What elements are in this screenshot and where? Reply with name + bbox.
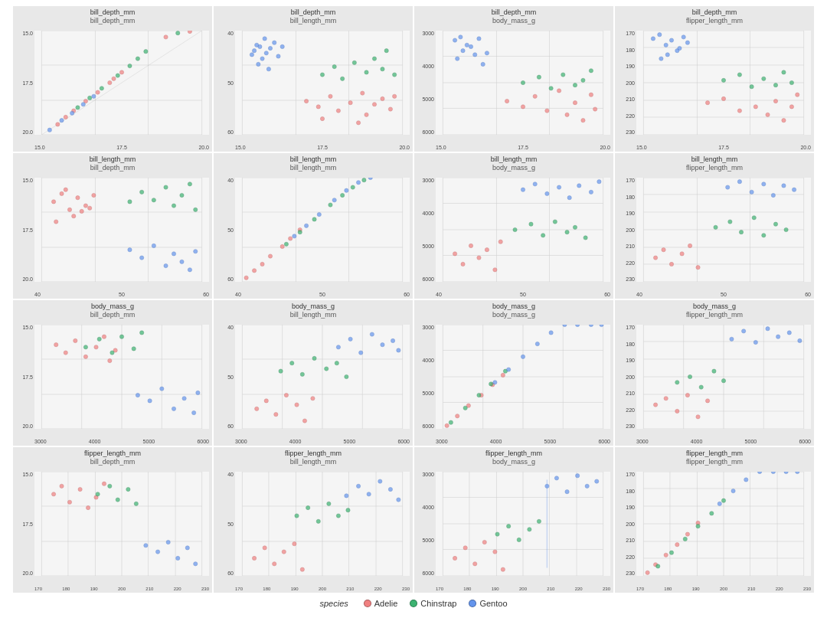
plot-3-1: flipper_length_mm bill_length_mm 605040 <box>214 447 413 593</box>
svg-point-345 <box>456 414 459 418</box>
plot-3-2: flipper_length_mm body_mass_g 6000500040… <box>414 447 613 593</box>
plot-2-1-subtitle: bill_length_mm <box>214 311 413 319</box>
svg-point-107 <box>561 73 565 77</box>
plot-3-0-yaxis: 20.017.515.0 <box>15 472 34 576</box>
svg-point-221 <box>453 252 456 256</box>
plot-2-3: body_mass_g flipper_length_mm 2302202102… <box>615 300 814 446</box>
plot-3-3-area <box>636 472 811 576</box>
plot-0-1-yaxis: 605040 <box>215 31 235 135</box>
svg-point-192 <box>252 269 256 273</box>
svg-point-319 <box>311 397 315 400</box>
svg-point-179 <box>172 204 175 208</box>
plot-1-0: bill_length_mm bill_depth_mm 20.017.515.… <box>13 153 212 299</box>
plot-0-3-area <box>636 31 811 135</box>
svg-point-293 <box>160 387 164 391</box>
svg-point-168 <box>140 256 144 260</box>
svg-point-71 <box>372 57 376 60</box>
svg-point-479 <box>585 484 589 488</box>
svg-point-31 <box>188 31 191 34</box>
svg-point-174 <box>194 250 198 253</box>
svg-point-123 <box>658 33 662 37</box>
svg-point-437 <box>282 550 286 554</box>
svg-point-198 <box>284 242 288 246</box>
svg-point-408 <box>78 487 82 491</box>
svg-point-417 <box>144 544 148 548</box>
svg-point-109 <box>581 78 585 82</box>
svg-point-289 <box>108 358 112 362</box>
svg-point-326 <box>397 348 400 352</box>
svg-point-288 <box>102 335 106 338</box>
svg-point-50 <box>276 54 280 58</box>
svg-point-358 <box>535 342 539 345</box>
svg-point-233 <box>577 184 581 188</box>
plot-3-0-area <box>34 472 209 576</box>
svg-point-238 <box>541 234 545 237</box>
svg-point-130 <box>678 46 682 50</box>
svg-point-507 <box>721 499 725 502</box>
svg-point-68 <box>341 77 345 80</box>
svg-point-422 <box>194 562 198 566</box>
plot-2-3-area <box>636 325 811 429</box>
svg-point-467 <box>482 540 486 544</box>
svg-point-134 <box>737 109 741 113</box>
svg-point-385 <box>712 369 716 373</box>
plot-3-1-area <box>235 472 410 576</box>
svg-point-407 <box>67 500 71 504</box>
svg-point-415 <box>126 487 130 491</box>
svg-point-103 <box>593 107 597 111</box>
svg-point-129 <box>665 53 669 57</box>
svg-point-204 <box>362 178 366 182</box>
svg-point-476 <box>554 476 558 480</box>
svg-point-91 <box>477 37 481 41</box>
svg-point-52 <box>280 44 284 48</box>
plot-1-1-title: bill_length_mm <box>214 153 413 164</box>
svg-point-332 <box>335 361 338 365</box>
svg-point-473 <box>528 528 531 531</box>
svg-point-303 <box>140 331 144 335</box>
svg-point-344 <box>445 423 449 427</box>
svg-point-181 <box>188 182 191 186</box>
svg-point-56 <box>336 109 340 113</box>
svg-point-47 <box>273 41 276 44</box>
svg-point-138 <box>782 119 786 123</box>
svg-point-240 <box>565 230 569 234</box>
svg-point-383 <box>688 374 691 378</box>
legend-title: species <box>319 599 348 608</box>
plot-1-1-area <box>235 178 410 282</box>
svg-point-285 <box>74 338 77 342</box>
svg-point-62 <box>356 121 360 125</box>
svg-point-165 <box>88 206 92 210</box>
plot-2-0-xaxis: 3000400050006000 <box>34 439 209 444</box>
svg-point-434 <box>252 556 256 560</box>
svg-point-387 <box>730 337 734 341</box>
svg-point-200 <box>312 217 316 221</box>
svg-point-242 <box>583 236 587 240</box>
plot-0-1: bill_depth_mm bill_length_mm 605040 <box>214 6 413 152</box>
plot-3-2-area <box>436 472 610 576</box>
svg-point-199 <box>298 230 302 234</box>
svg-point-140 <box>796 93 799 96</box>
plot-0-2-title: bill_depth_mm <box>414 6 613 17</box>
plot-0-1-title: bill_depth_mm <box>214 6 413 17</box>
svg-point-357 <box>521 355 525 358</box>
svg-point-378 <box>675 409 679 413</box>
svg-point-284 <box>64 351 67 355</box>
svg-point-27 <box>81 103 85 106</box>
svg-point-17 <box>76 106 80 110</box>
plot-2-1-xaxis: 3000400050006000 <box>235 439 410 444</box>
svg-point-13 <box>96 90 100 94</box>
plot-1-1-subtitle: bill_length_mm <box>214 164 413 172</box>
plot-2-2-area <box>436 325 610 429</box>
svg-point-294 <box>172 407 175 410</box>
plot-3-0-title: flipper_length_mm <box>13 447 212 458</box>
svg-point-21 <box>128 64 132 67</box>
svg-point-447 <box>356 484 360 488</box>
svg-point-236 <box>513 227 517 231</box>
plot-3-3-yaxis: 230220210200190180170 <box>616 472 636 576</box>
svg-point-359 <box>549 331 553 335</box>
svg-point-393 <box>798 338 802 342</box>
plot-2-3-xaxis: 3000400050006000 <box>636 439 811 444</box>
svg-point-178 <box>164 185 168 189</box>
plot-3-3: flipper_length_mm flipper_length_mm 2302… <box>615 447 814 593</box>
svg-point-93 <box>485 51 489 55</box>
